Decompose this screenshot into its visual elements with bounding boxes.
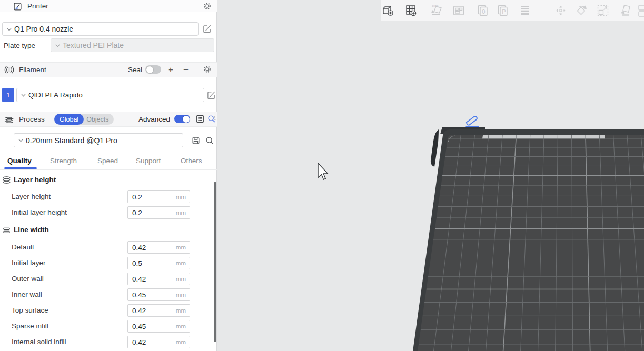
qidi-studio-window: AUTO 0 P <box>0 0 644 351</box>
param-label: Inner wall <box>12 290 42 298</box>
layer-height-input[interactable] <box>132 193 170 201</box>
edit-printer-icon[interactable] <box>202 24 212 34</box>
unit-label: mm <box>176 209 186 216</box>
initial-layer-height-input[interactable] <box>132 209 170 217</box>
viewport-toolbar: AUTO 0 P <box>381 0 644 21</box>
param-label: Internal solid infill <box>12 338 66 346</box>
param-input-box: mm <box>127 336 190 348</box>
param-input-box: mm <box>127 206 190 219</box>
unit-label: mm <box>176 244 186 250</box>
remove-filament-button[interactable]: − <box>183 65 189 74</box>
param-input-box: mm <box>127 273 190 285</box>
unit-label: mm <box>176 323 186 329</box>
seal-toggle[interactable] <box>145 65 161 74</box>
filament-preset-value: QIDI PLA Rapido <box>28 91 83 99</box>
rotate-tool-icon[interactable] <box>575 4 589 17</box>
move-tool-icon[interactable] <box>554 4 568 17</box>
svg-text:0: 0 <box>482 8 485 15</box>
layer-height-section-title: Layer height <box>14 176 56 184</box>
list-settings-icon[interactable] <box>195 114 205 124</box>
printer-preset-select[interactable]: Q1 Pro 0.4 nozzle <box>2 22 199 36</box>
unit-label: mm <box>176 260 186 266</box>
process-preset-value: 0.20mm Standard @Q1 Pro <box>26 136 117 145</box>
plate-corner-shadow <box>431 129 439 167</box>
edit-filament-icon[interactable] <box>206 90 216 100</box>
tab-strength[interactable]: Strength <box>50 157 77 165</box>
param-label: Initial layer height <box>12 208 67 216</box>
param-label: Top surface <box>12 306 48 314</box>
filament-title: Filament <box>19 66 46 74</box>
line-width-section-title: Line width <box>14 226 49 234</box>
param-input-box: mm <box>127 257 190 269</box>
edit-plate-name-icon[interactable] <box>466 116 479 126</box>
param-label: Sparse infill <box>12 322 48 330</box>
filament-preset-select[interactable]: QIDI PLA Rapido <box>16 88 204 102</box>
line-width-outer-wall-input[interactable] <box>132 275 170 283</box>
tab-quality[interactable]: Quality <box>7 157 32 165</box>
param-label: Initial layer <box>12 259 46 267</box>
plate-type-value: Textured PEI Plate <box>63 41 124 49</box>
place-on-face-icon[interactable] <box>619 4 632 17</box>
split-to-parts-icon[interactable]: P <box>496 4 510 17</box>
save-preset-icon[interactable] <box>191 136 201 145</box>
printer-icon <box>13 2 22 11</box>
chevron-down-icon <box>55 43 61 48</box>
unit-label: mm <box>176 276 186 282</box>
tab-others[interactable]: Others <box>181 157 202 165</box>
printer-title: Printer <box>27 2 48 10</box>
tab-support[interactable]: Support <box>136 157 161 165</box>
param-input-box: mm <box>127 190 190 203</box>
line-width-top-surface-input[interactable] <box>132 307 170 315</box>
process-title: Process <box>19 115 45 123</box>
unit-label: mm <box>176 292 186 298</box>
scope-global[interactable]: Global <box>54 114 84 125</box>
param-label: Outer wall <box>12 275 44 283</box>
plate-type-select[interactable]: Textured PEI Plate <box>51 38 214 52</box>
scope-objects[interactable]: Objects <box>84 116 113 123</box>
search-preset-icon[interactable] <box>205 136 214 145</box>
auto-orient-icon[interactable]: AUTO <box>430 4 443 17</box>
filament-slot-badge[interactable]: 1 <box>2 88 14 102</box>
unit-label: mm <box>176 194 186 200</box>
tabs-divider <box>0 169 217 170</box>
line-width-default-input[interactable] <box>132 244 170 252</box>
chevron-down-icon <box>18 137 24 143</box>
tab-speed[interactable]: Speed <box>97 157 118 165</box>
unit-label: mm <box>176 339 186 345</box>
chevron-down-icon <box>21 92 26 98</box>
process-preset-select[interactable]: 0.20mm Standard @Q1 Pro <box>14 133 183 147</box>
advanced-toggle[interactable] <box>174 115 190 123</box>
printer-preset-value: Q1 Pro 0.4 nozzle <box>14 25 73 33</box>
active-tab-underline <box>4 167 37 169</box>
variable-layer-height-icon[interactable] <box>518 4 532 17</box>
split-to-objects-icon[interactable]: 0 <box>476 4 490 17</box>
split-partial-icon[interactable] <box>637 4 644 17</box>
add-object-icon[interactable] <box>382 4 395 17</box>
svg-text:P: P <box>502 8 506 15</box>
scale-tool-icon[interactable] <box>596 4 610 17</box>
unit-label: mm <box>176 307 186 314</box>
line-width-sparse-infill-input[interactable] <box>132 323 170 330</box>
param-input-box: mm <box>127 320 190 333</box>
section-divider <box>65 180 210 180</box>
printer-settings-gear-icon[interactable] <box>203 2 212 11</box>
arrange-icon[interactable] <box>452 4 465 17</box>
build-plate-surface[interactable] <box>418 135 644 351</box>
line-width-initial-layer-input[interactable] <box>132 259 170 267</box>
add-filament-button[interactable]: + <box>168 65 173 74</box>
param-label: Layer height <box>12 193 51 200</box>
section-divider <box>60 230 210 230</box>
line-width-inner-wall-input[interactable] <box>132 291 170 299</box>
line-width-internal-solid-infill-input[interactable] <box>132 338 170 346</box>
settings-panel: Printer Q1 Pro 0.4 nozzle Plate type Tex… <box>0 0 217 351</box>
layer-height-icon <box>2 176 11 184</box>
filament-settings-gear-icon[interactable] <box>203 65 212 74</box>
process-icon <box>4 114 14 124</box>
seal-label: Seal <box>128 66 142 74</box>
panel-scrollbar[interactable] <box>214 182 216 342</box>
process-scope-toggle[interactable]: Global Objects <box>54 114 114 125</box>
chevron-down-icon <box>6 26 12 32</box>
add-plate-icon[interactable] <box>404 4 418 17</box>
search-settings-icon[interactable] <box>207 114 216 124</box>
advanced-label: Advanced <box>138 115 170 123</box>
